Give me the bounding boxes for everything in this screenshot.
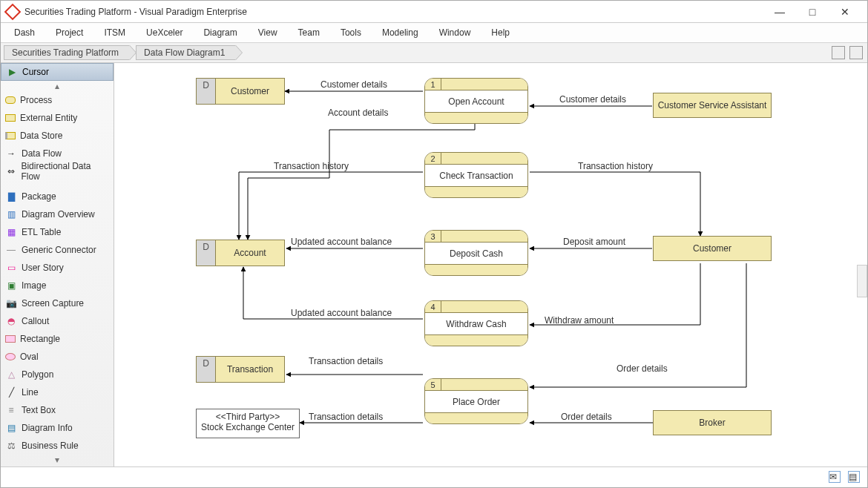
line-icon: ╱ bbox=[5, 386, 17, 398]
toolbox: ▶ Cursor ▴ Process External Entity Data … bbox=[1, 63, 114, 466]
tool-image[interactable]: ▣Image bbox=[1, 277, 114, 294]
scroll-handle[interactable] bbox=[857, 265, 867, 297]
data-store-account-name: Account bbox=[216, 240, 284, 266]
tool-rectangle[interactable]: Rectangle bbox=[1, 330, 114, 348]
process-open-account[interactable]: 1 Open Account bbox=[424, 78, 528, 124]
tool-bidir-flow[interactable]: ⇔Bidirectional Data Flow bbox=[1, 162, 114, 180]
external-entity-icon bbox=[5, 114, 16, 122]
tool-line[interactable]: ╱Line bbox=[1, 383, 114, 401]
process-withdraw-cash[interactable]: 4 Withdraw Cash bbox=[424, 300, 528, 346]
data-store-transaction-name: Transaction bbox=[216, 357, 284, 382]
flow-label-txn-history-right[interactable]: Transaction history bbox=[578, 161, 653, 171]
rectangle-icon bbox=[5, 335, 16, 343]
tool-diagram-overview[interactable]: ▥Diagram Overview bbox=[1, 205, 114, 223]
crumb-diagram[interactable]: Data Flow Diagram1 bbox=[136, 45, 236, 60]
menu-modeling[interactable]: Modeling bbox=[372, 24, 429, 41]
process-place-order[interactable]: 5 Place Order bbox=[424, 378, 528, 424]
tool-line-label: Line bbox=[22, 387, 39, 398]
tool-oval[interactable]: Oval bbox=[1, 348, 114, 366]
crumb-project[interactable]: Securities Trading Platform bbox=[4, 45, 130, 60]
tool-user-story-label: User Story bbox=[22, 263, 64, 273]
overview-icon[interactable] bbox=[849, 46, 863, 59]
tool-process[interactable]: Process bbox=[1, 91, 114, 109]
layout-icon[interactable] bbox=[832, 46, 845, 59]
tool-generic-connector[interactable]: —Generic Connector bbox=[1, 241, 114, 259]
menu-team[interactable]: Team bbox=[288, 24, 330, 41]
diagram-canvas[interactable]: Customer details Customer details Accoun… bbox=[114, 63, 867, 466]
menu-tools[interactable]: Tools bbox=[330, 24, 372, 41]
flow-label-txn-details-1[interactable]: Transaction details bbox=[309, 356, 383, 366]
flow-label-order-details-2[interactable]: Order details bbox=[561, 412, 612, 422]
tool-callout[interactable]: ◓Callout bbox=[1, 312, 114, 330]
minimize-button[interactable]: — bbox=[763, 1, 796, 22]
process-2-name: Check Transaction bbox=[425, 165, 527, 187]
flow-label-updated-balance-2[interactable]: Updated account balance bbox=[291, 308, 392, 318]
tool-user-story[interactable]: ▭User Story bbox=[1, 259, 114, 277]
entity-csa[interactable]: Customer Service Assistant bbox=[653, 93, 772, 118]
flow-label-txn-history-left[interactable]: Transaction history bbox=[274, 161, 349, 171]
collapse-down-icon[interactable]: ▾ bbox=[1, 455, 114, 465]
window-title: Securities Trading Platform - Visual Par… bbox=[24, 7, 763, 17]
entity-customer[interactable]: Customer bbox=[653, 236, 772, 261]
tool-data-flow[interactable]: →Data Flow bbox=[1, 145, 114, 162]
tool-diagram-info[interactable]: ▤Diagram Info bbox=[1, 419, 114, 437]
data-flow-icon: → bbox=[5, 148, 17, 159]
diagram-overview-icon: ▥ bbox=[5, 208, 17, 220]
process-icon bbox=[5, 96, 16, 104]
cursor-icon: ▶ bbox=[6, 66, 18, 78]
menu-itsm[interactable]: ITSM bbox=[93, 24, 136, 41]
tool-polygon[interactable]: △Polygon bbox=[1, 366, 114, 383]
tool-business-rule[interactable]: ⚖Business Rule bbox=[1, 437, 114, 455]
menu-help[interactable]: Help bbox=[481, 24, 520, 41]
data-store-account[interactable]: D Account bbox=[196, 240, 285, 266]
close-button[interactable]: ✕ bbox=[829, 1, 861, 22]
tool-data-flow-label: Data Flow bbox=[22, 148, 62, 159]
tool-callout-label: Callout bbox=[22, 316, 49, 326]
bidir-flow-icon: ⇔ bbox=[5, 165, 16, 177]
data-store-transaction[interactable]: D Transaction bbox=[196, 356, 285, 383]
flow-label-txn-details-2[interactable]: Transaction details bbox=[309, 412, 383, 422]
menu-uexceler[interactable]: UeXceler bbox=[136, 24, 193, 41]
data-store-account-tag: D bbox=[197, 240, 216, 266]
tool-screen-capture-label: Screen Capture bbox=[22, 298, 84, 309]
menu-window[interactable]: Window bbox=[429, 24, 481, 41]
tool-cursor-label: Cursor bbox=[22, 67, 49, 77]
flow-label-updated-balance-1[interactable]: Updated account balance bbox=[291, 237, 392, 247]
entity-broker[interactable]: Broker bbox=[653, 410, 772, 435]
menu-dash[interactable]: Dash bbox=[4, 24, 45, 41]
note-icon[interactable]: ▤ bbox=[848, 471, 860, 483]
menu-project[interactable]: Project bbox=[45, 24, 93, 41]
maximize-button[interactable]: □ bbox=[796, 1, 829, 22]
user-story-icon: ▭ bbox=[5, 262, 17, 274]
flow-label-customer-details-1[interactable]: Customer details bbox=[320, 79, 387, 90]
tool-etl-table[interactable]: ▦ETL Table bbox=[1, 223, 114, 241]
tool-package[interactable]: ▇Package bbox=[1, 188, 114, 205]
callout-icon: ◓ bbox=[5, 315, 17, 327]
tool-external-entity[interactable]: External Entity bbox=[1, 109, 114, 127]
generic-connector-icon: — bbox=[5, 244, 17, 256]
menu-view[interactable]: View bbox=[248, 24, 288, 41]
process-deposit-cash[interactable]: 3 Deposit Cash bbox=[424, 230, 528, 276]
tool-external-entity-label: External Entity bbox=[20, 113, 77, 123]
flow-label-customer-details-2[interactable]: Customer details bbox=[559, 94, 626, 105]
collapse-up-icon[interactable]: ▴ bbox=[1, 81, 114, 91]
process-1-name: Open Account bbox=[425, 90, 527, 113]
entity-stock-exchange[interactable]: <<Third Party>> Stock Exchange Center bbox=[196, 409, 300, 438]
flow-label-account-details[interactable]: Account details bbox=[328, 108, 388, 118]
tool-cursor[interactable]: ▶ Cursor bbox=[1, 63, 114, 81]
data-store-customer[interactable]: D Customer bbox=[196, 78, 285, 105]
flow-label-withdraw-amount[interactable]: Withdraw amount bbox=[545, 315, 614, 326]
tool-oval-label: Oval bbox=[20, 352, 39, 362]
process-5-name: Place Order bbox=[425, 391, 527, 413]
menu-diagram[interactable]: Diagram bbox=[193, 24, 247, 41]
flow-label-order-details-1[interactable]: Order details bbox=[617, 363, 668, 374]
process-check-transaction[interactable]: 2 Check Transaction bbox=[424, 152, 528, 198]
mail-icon[interactable]: ✉ bbox=[829, 471, 841, 483]
flow-label-deposit-amount[interactable]: Deposit amount bbox=[563, 237, 625, 247]
tool-screen-capture[interactable]: 📷Screen Capture bbox=[1, 294, 114, 312]
tool-data-store-label: Data Store bbox=[20, 131, 62, 141]
tool-data-store[interactable]: Data Store bbox=[1, 127, 114, 145]
tool-text-box[interactable]: ≡Text Box bbox=[1, 401, 114, 419]
status-bar: ✉ ▤ bbox=[1, 466, 867, 486]
diagram-info-icon: ▤ bbox=[5, 422, 17, 434]
